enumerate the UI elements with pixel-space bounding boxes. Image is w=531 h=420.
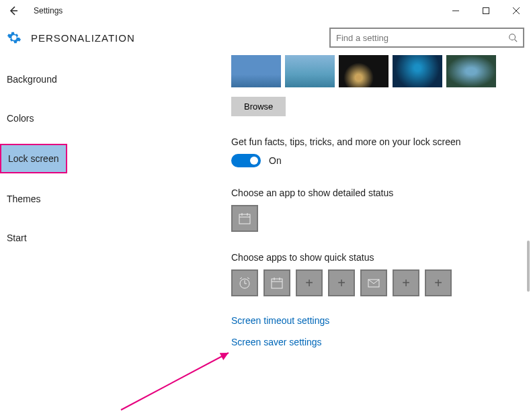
maximize-icon bbox=[483, 7, 489, 14]
background-thumbnails bbox=[231, 55, 531, 87]
plus-icon: + bbox=[337, 276, 345, 291]
link-screen-saver[interactable]: Screen saver settings bbox=[231, 337, 531, 347]
minimize-button[interactable] bbox=[440, 1, 471, 21]
search-icon bbox=[508, 33, 518, 42]
thumbnail[interactable] bbox=[446, 55, 496, 87]
svg-rect-19 bbox=[272, 279, 282, 288]
minimize-icon bbox=[452, 7, 459, 14]
quick-status-slot-add[interactable]: + bbox=[393, 269, 419, 296]
quick-status-slot-add[interactable]: + bbox=[425, 269, 452, 296]
calendar-icon bbox=[270, 276, 284, 290]
close-icon bbox=[513, 7, 520, 14]
sidebar-item-background[interactable]: Background bbox=[0, 66, 216, 93]
fun-facts-toggle[interactable] bbox=[231, 154, 261, 167]
svg-line-17 bbox=[240, 278, 242, 279]
maximize-button[interactable] bbox=[471, 1, 501, 21]
quick-status-slot-calendar[interactable] bbox=[263, 269, 290, 296]
vertical-scrollbar[interactable] bbox=[527, 241, 530, 292]
close-button[interactable] bbox=[501, 1, 531, 21]
sidebar: Background Colors Lock screen Themes Sta… bbox=[0, 54, 216, 420]
search-box[interactable] bbox=[329, 28, 524, 48]
thumbnail[interactable] bbox=[393, 55, 442, 87]
back-button[interactable] bbox=[5, 3, 22, 19]
sidebar-item-colors[interactable]: Colors bbox=[0, 105, 216, 132]
sidebar-item-themes[interactable]: Themes bbox=[0, 185, 216, 212]
thumbnail[interactable] bbox=[285, 55, 335, 87]
mail-icon bbox=[367, 276, 380, 290]
svg-line-18 bbox=[247, 278, 249, 279]
detailed-status-label: Choose an app to show detailed status bbox=[231, 187, 531, 198]
thumbnail[interactable] bbox=[231, 55, 281, 87]
quick-status-label: Choose apps to show quick status bbox=[231, 252, 531, 263]
window-title: Settings bbox=[34, 6, 63, 15]
svg-rect-2 bbox=[483, 8, 489, 14]
quick-status-slot-mail[interactable] bbox=[360, 269, 387, 296]
link-screen-timeout[interactable]: Screen timeout settings bbox=[231, 315, 531, 326]
gear-icon bbox=[7, 30, 22, 45]
header: PERSONALIZATION bbox=[0, 22, 531, 54]
thumbnail[interactable] bbox=[339, 55, 389, 87]
detailed-status-app-slot[interactable] bbox=[231, 205, 258, 232]
category-title: PERSONALIZATION bbox=[31, 32, 135, 44]
quick-status-slot-alarm[interactable] bbox=[231, 269, 258, 296]
fun-facts-label: Get fun facts, tips, tricks, and more on… bbox=[231, 136, 531, 147]
svg-point-5 bbox=[509, 34, 516, 40]
sidebar-item-lock-screen[interactable]: Lock screen bbox=[0, 144, 67, 173]
quick-status-slot-add[interactable]: + bbox=[328, 269, 355, 296]
quick-status-slot-add[interactable]: + bbox=[296, 269, 323, 296]
browse-button[interactable]: Browse bbox=[231, 97, 286, 116]
search-input[interactable] bbox=[336, 33, 504, 43]
arrow-left-icon bbox=[8, 5, 19, 16]
plus-icon: + bbox=[305, 276, 313, 291]
calendar-icon bbox=[238, 212, 251, 225]
fun-facts-state: On bbox=[269, 155, 282, 166]
plus-icon: + bbox=[434, 276, 442, 291]
plus-icon: + bbox=[402, 276, 410, 291]
svg-rect-7 bbox=[239, 214, 250, 224]
svg-line-6 bbox=[515, 40, 518, 42]
titlebar: Settings bbox=[0, 0, 531, 22]
sidebar-item-start[interactable]: Start bbox=[0, 224, 216, 251]
content-pane: Browse Get fun facts, tips, tricks, and … bbox=[216, 54, 531, 420]
window-controls bbox=[440, 1, 531, 21]
alarm-icon bbox=[238, 276, 251, 290]
